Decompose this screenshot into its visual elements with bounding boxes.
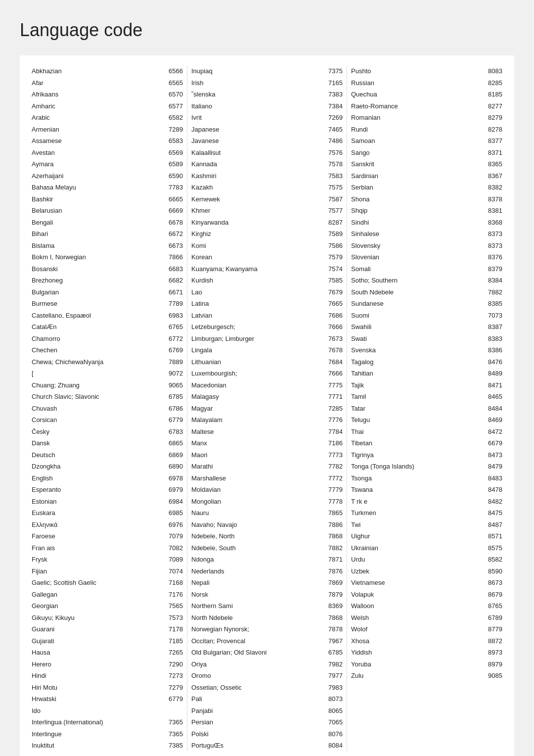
language-code: 7678 (322, 345, 343, 355)
language-name: Inupiaq (191, 66, 322, 76)
language-code: 8385 (482, 299, 502, 309)
table-row: Marshallese7772 (191, 472, 343, 484)
language-code: 6673 (162, 241, 183, 251)
table-row: Frysk7089 (32, 554, 183, 566)
table-row: CatalÆn6765 (32, 321, 183, 333)
language-name: Ndebele, South (191, 543, 322, 553)
table-row: Oriya7982 (191, 659, 343, 670)
language-code: 8373 (482, 229, 502, 239)
language-code: 8479 (482, 462, 502, 472)
language-code: 8378 (482, 194, 502, 204)
table-row: Tagalog8476 (351, 356, 502, 368)
language-code: 7375 (322, 66, 343, 76)
table-row: Wolof8779 (351, 623, 502, 635)
language-code: 7871 (322, 555, 343, 565)
table-row: Ossetian; Ossetic7983 (191, 682, 343, 694)
table-row: Luxembourgish;7666 (191, 368, 343, 379)
language-name: Ukrainian (351, 543, 482, 553)
language-code: 8383 (482, 334, 502, 344)
language-code: 8471 (482, 380, 502, 390)
language-code: 6783 (162, 427, 183, 437)
language-code: 6669 (162, 206, 183, 216)
table-row: Norsk7879 (191, 589, 343, 601)
language-name: Tajik (351, 380, 482, 390)
language-code: 6679 (482, 438, 502, 448)
table-row: Tatar8484 (351, 403, 502, 415)
language-code: 6779 (162, 415, 183, 425)
language-name: Nederlands (191, 567, 322, 576)
table-row: Kalaallisut7576 (191, 147, 343, 159)
language-name: Occitan; Provencal (191, 636, 322, 646)
language-name: Welsh (351, 613, 482, 623)
language-name: CatalÆn (32, 322, 162, 332)
table-row: Old Bulgarian; Old Slavoni6785 (191, 647, 343, 659)
language-code: 6582 (162, 113, 183, 123)
table-row: Gaelic; Scottish Gaelic7168 (32, 577, 183, 589)
language-code: 7575 (322, 183, 343, 192)
table-row: Bosanski6683 (32, 263, 183, 275)
language-name: Latina (191, 299, 322, 309)
language-name: Norsk (191, 590, 322, 600)
language-code: 6976 (162, 520, 183, 530)
language-name: Deutsch (32, 450, 162, 460)
table-row: Sundanese8385 (351, 298, 502, 310)
table-row: Manx7186 (191, 437, 343, 449)
language-name: Pali (191, 694, 322, 704)
table-row: Occitan; Provencal7967 (191, 635, 343, 647)
language-name: English (32, 473, 162, 483)
language-code: 8582 (482, 555, 502, 565)
language-name: Gikuyu; Kikuyu (32, 613, 162, 623)
language-code: 6577 (162, 101, 183, 111)
table-row: Inuktitut7385 (32, 740, 183, 752)
language-code: 8673 (482, 578, 502, 588)
table-row: Lao7679 (191, 286, 343, 298)
language-name: Thai (351, 427, 482, 437)
table-row: Guarani7178 (32, 623, 183, 635)
language-code: 7869 (322, 578, 343, 588)
language-name: Russian (351, 78, 482, 88)
table-row: Chewa; ChichewaNyanja7889 (32, 356, 183, 368)
language-name: Gaelic; Scottish Gaelic (32, 578, 162, 588)
language-code: 7782 (322, 462, 343, 472)
table-row: Deutsch6869 (32, 449, 183, 461)
language-name: Suomi (351, 311, 482, 321)
language-code: 8382 (482, 183, 502, 192)
language-code: 7587 (322, 194, 343, 204)
table-row: Euskara6985 (32, 507, 183, 519)
table-row: Ido (32, 705, 183, 717)
language-code: 8465 (482, 392, 502, 402)
language-name: Sotho; Southern (351, 276, 482, 285)
table-row: Volapuk8679 (351, 589, 502, 601)
language-name: Bosanski (32, 264, 162, 274)
table-row: Fijian7074 (32, 566, 183, 577)
language-name: Quechua (351, 90, 482, 99)
language-code: 8277 (482, 101, 502, 111)
language-name: Uighur (351, 531, 482, 541)
language-code: 7579 (322, 252, 343, 262)
language-code: 7889 (162, 357, 183, 367)
language-name: Tonga (Tonga Islands) (351, 462, 482, 472)
language-code: 8387 (482, 322, 502, 332)
language-code: 8083 (482, 66, 502, 76)
table-row: Chuang; Zhuang9065 (32, 379, 183, 391)
language-code: 6769 (162, 345, 183, 355)
language-name: Avestan (32, 148, 162, 158)
table-row: Interlingue7365 (32, 728, 183, 740)
language-code: 7079 (162, 531, 183, 541)
table-row: Svenska8386 (351, 344, 502, 356)
language-code: 7882 (482, 287, 502, 297)
language-name: North Ndebele (191, 613, 322, 623)
language-code: 7967 (322, 636, 343, 646)
language-name: Church Slavic; Slavonic (32, 392, 162, 402)
language-name: Lithuanian (191, 357, 322, 367)
language-name: Assamese (32, 136, 162, 146)
language-name: Lao (191, 287, 322, 297)
language-code: 7576 (322, 148, 343, 158)
language-name: Hiri Motu (32, 683, 162, 693)
language-name: Interlingua (International) (32, 717, 162, 727)
table-row: Gujarati7185 (32, 635, 183, 647)
table-row: Slovenian8376 (351, 251, 502, 263)
table-row: Bulgarian6671 (32, 286, 183, 298)
table-row: Tswana8478 (351, 484, 502, 496)
language-name: Afrikaans (32, 90, 162, 99)
